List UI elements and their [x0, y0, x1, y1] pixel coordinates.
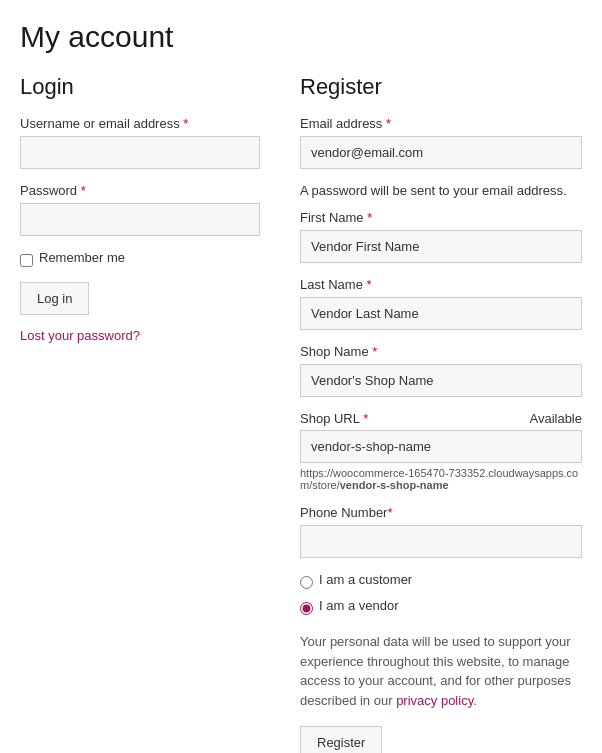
remember-checkbox[interactable]	[20, 254, 33, 267]
page-title: My account	[20, 20, 582, 54]
email-label: Email address *	[300, 116, 582, 131]
register-title: Register	[300, 74, 582, 100]
customer-radio-row: I am a customer	[300, 572, 582, 592]
shop-url-preview: https://woocommerce-165470-733352.cloudw…	[300, 467, 582, 491]
last-name-label: Last Name *	[300, 277, 582, 292]
vendor-radio[interactable]	[300, 602, 313, 615]
login-section: Login Username or email address * Passwo…	[20, 74, 260, 343]
customer-radio[interactable]	[300, 576, 313, 589]
email-info-text: A password will be sent to your email ad…	[300, 183, 582, 198]
remember-me-row: Remember me	[20, 250, 260, 270]
shop-name-required-star: *	[372, 344, 377, 359]
privacy-policy-link[interactable]: privacy policy	[396, 693, 473, 708]
register-section: Register Email address * A password will…	[300, 74, 582, 753]
username-required-star: *	[183, 116, 188, 131]
last-name-input[interactable]	[300, 297, 582, 330]
first-name-required-star: *	[367, 210, 372, 225]
phone-label: Phone Number*	[300, 505, 582, 520]
username-label: Username or email address *	[20, 116, 260, 131]
last-name-required-star: *	[367, 277, 372, 292]
username-field-group: Username or email address *	[20, 116, 260, 169]
username-input[interactable]	[20, 136, 260, 169]
password-label: Password *	[20, 183, 260, 198]
shop-url-label: Shop URL *	[300, 411, 368, 426]
vendor-radio-label[interactable]: I am a vendor	[319, 598, 399, 613]
phone-input[interactable]	[300, 525, 582, 558]
role-radio-group: I am a customer I am a vendor	[300, 572, 582, 618]
shop-name-label: Shop Name *	[300, 344, 582, 359]
phone-field-group: Phone Number*	[300, 505, 582, 558]
lost-password-container: Lost your password?	[20, 327, 260, 343]
first-name-field-group: First Name *	[300, 210, 582, 263]
phone-required-star: *	[387, 505, 392, 520]
password-input[interactable]	[20, 203, 260, 236]
shop-url-field-group: Shop URL * Available https://woocommerce…	[300, 411, 582, 491]
customer-radio-label[interactable]: I am a customer	[319, 572, 412, 587]
password-required-star: *	[81, 183, 86, 198]
login-title: Login	[20, 74, 260, 100]
password-field-group: Password *	[20, 183, 260, 236]
shop-name-field-group: Shop Name *	[300, 344, 582, 397]
first-name-input[interactable]	[300, 230, 582, 263]
shop-url-available-badge: Available	[529, 411, 582, 426]
first-name-label: First Name *	[300, 210, 582, 225]
url-preview-slug: vendor-s-shop-name	[340, 479, 449, 491]
shop-name-input[interactable]	[300, 364, 582, 397]
shop-url-label-row: Shop URL * Available	[300, 411, 582, 426]
lost-password-link[interactable]: Lost your password?	[20, 328, 140, 343]
last-name-field-group: Last Name *	[300, 277, 582, 330]
register-button[interactable]: Register	[300, 726, 382, 753]
vendor-radio-row: I am a vendor	[300, 598, 582, 618]
shop-url-required-star: *	[363, 411, 368, 426]
email-field-group: Email address *	[300, 116, 582, 169]
login-button[interactable]: Log in	[20, 282, 89, 315]
remember-label[interactable]: Remember me	[39, 250, 125, 265]
shop-url-input[interactable]	[300, 430, 582, 463]
email-input[interactable]	[300, 136, 582, 169]
email-required-star: *	[386, 116, 391, 131]
privacy-text: Your personal data will be used to suppo…	[300, 632, 582, 710]
